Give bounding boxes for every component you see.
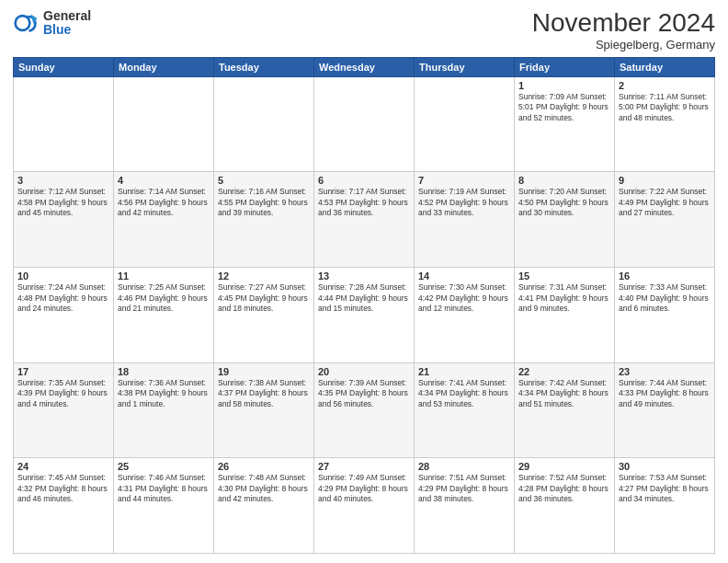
day-number: 21: [418, 366, 510, 377]
day-info: Sunrise: 7:25 AM Sunset: 4:46 PM Dayligh…: [118, 282, 210, 314]
week-row-5: 24Sunrise: 7:45 AM Sunset: 4:32 PM Dayli…: [14, 458, 715, 554]
day-number: 10: [17, 270, 109, 282]
logo-text: General Blue: [43, 9, 91, 38]
day-info: Sunrise: 7:42 AM Sunset: 4:34 PM Dayligh…: [518, 378, 610, 409]
col-saturday: Saturday: [615, 57, 715, 76]
day-cell: [214, 76, 314, 172]
day-info: Sunrise: 7:52 AM Sunset: 4:28 PM Dayligh…: [518, 473, 610, 504]
day-cell: 30Sunrise: 7:53 AM Sunset: 4:27 PM Dayli…: [615, 458, 715, 554]
day-info: Sunrise: 7:30 AM Sunset: 4:42 PM Dayligh…: [418, 282, 510, 314]
day-cell: 9Sunrise: 7:22 AM Sunset: 4:49 PM Daylig…: [615, 172, 715, 268]
header-row: Sunday Monday Tuesday Wednesday Thursday…: [14, 57, 715, 76]
day-cell: 15Sunrise: 7:31 AM Sunset: 4:41 PM Dayli…: [515, 268, 615, 363]
day-cell: 25Sunrise: 7:46 AM Sunset: 4:31 PM Dayli…: [114, 458, 214, 554]
day-number: 24: [17, 461, 109, 472]
col-wednesday: Wednesday: [314, 57, 415, 76]
day-number: 1: [518, 80, 610, 91]
day-info: Sunrise: 7:48 AM Sunset: 4:30 PM Dayligh…: [218, 473, 310, 504]
calendar-table: Sunday Monday Tuesday Wednesday Thursday…: [13, 57, 715, 554]
day-number: 19: [218, 366, 310, 377]
day-number: 13: [318, 270, 410, 282]
day-cell: 21Sunrise: 7:41 AM Sunset: 4:34 PM Dayli…: [415, 362, 515, 458]
day-number: 22: [518, 366, 610, 377]
col-thursday: Thursday: [415, 57, 515, 76]
day-info: Sunrise: 7:12 AM Sunset: 4:58 PM Dayligh…: [17, 187, 109, 218]
logo-general: General: [43, 9, 91, 23]
day-info: Sunrise: 7:20 AM Sunset: 4:50 PM Dayligh…: [518, 187, 610, 218]
day-cell: 8Sunrise: 7:20 AM Sunset: 4:50 PM Daylig…: [515, 172, 615, 268]
day-info: Sunrise: 7:28 AM Sunset: 4:44 PM Dayligh…: [318, 282, 410, 314]
location: Spiegelberg, Germany: [532, 38, 715, 52]
day-number: 26: [218, 461, 310, 472]
day-cell: 26Sunrise: 7:48 AM Sunset: 4:30 PM Dayli…: [214, 458, 314, 554]
day-number: 14: [418, 270, 510, 282]
day-info: Sunrise: 7:19 AM Sunset: 4:52 PM Dayligh…: [418, 187, 510, 218]
day-number: 27: [318, 461, 410, 472]
day-info: Sunrise: 7:38 AM Sunset: 4:37 PM Dayligh…: [218, 378, 310, 409]
day-info: Sunrise: 7:46 AM Sunset: 4:31 PM Dayligh…: [118, 473, 210, 504]
day-cell: 7Sunrise: 7:19 AM Sunset: 4:52 PM Daylig…: [415, 172, 515, 268]
day-cell: 18Sunrise: 7:36 AM Sunset: 4:38 PM Dayli…: [114, 362, 214, 458]
day-number: 12: [218, 270, 310, 282]
day-info: Sunrise: 7:22 AM Sunset: 4:49 PM Dayligh…: [619, 187, 711, 218]
day-cell: 2Sunrise: 7:11 AM Sunset: 5:00 PM Daylig…: [615, 76, 715, 172]
day-cell: 20Sunrise: 7:39 AM Sunset: 4:35 PM Dayli…: [314, 362, 415, 458]
day-cell: 23Sunrise: 7:44 AM Sunset: 4:33 PM Dayli…: [615, 362, 715, 458]
day-info: Sunrise: 7:09 AM Sunset: 5:01 PM Dayligh…: [518, 92, 610, 123]
day-cell: 13Sunrise: 7:28 AM Sunset: 4:44 PM Dayli…: [314, 268, 415, 363]
day-number: 30: [619, 461, 711, 472]
calendar-page: General Blue November 2024 Spiegelberg, …: [0, 0, 728, 563]
day-info: Sunrise: 7:11 AM Sunset: 5:00 PM Dayligh…: [619, 92, 711, 123]
header-right: November 2024 Spiegelberg, Germany: [532, 9, 715, 52]
svg-point-0: [16, 17, 30, 31]
day-info: Sunrise: 7:16 AM Sunset: 4:55 PM Dayligh…: [218, 187, 310, 218]
week-row-2: 3Sunrise: 7:12 AM Sunset: 4:58 PM Daylig…: [14, 172, 715, 268]
day-info: Sunrise: 7:17 AM Sunset: 4:53 PM Dayligh…: [318, 187, 410, 218]
day-info: Sunrise: 7:14 AM Sunset: 4:56 PM Dayligh…: [118, 187, 210, 218]
col-monday: Monday: [114, 57, 214, 76]
day-cell: 24Sunrise: 7:45 AM Sunset: 4:32 PM Dayli…: [14, 458, 114, 554]
day-cell: 22Sunrise: 7:42 AM Sunset: 4:34 PM Dayli…: [515, 362, 615, 458]
day-number: 3: [17, 175, 109, 186]
day-cell: [114, 76, 214, 172]
day-cell: 28Sunrise: 7:51 AM Sunset: 4:29 PM Dayli…: [415, 458, 515, 554]
day-info: Sunrise: 7:31 AM Sunset: 4:41 PM Dayligh…: [518, 282, 610, 314]
day-cell: 11Sunrise: 7:25 AM Sunset: 4:46 PM Dayli…: [114, 268, 214, 363]
day-number: 29: [518, 461, 610, 472]
day-cell: [415, 76, 515, 172]
day-cell: 16Sunrise: 7:33 AM Sunset: 4:40 PM Dayli…: [615, 268, 715, 363]
logo: General Blue: [13, 9, 91, 38]
week-row-4: 17Sunrise: 7:35 AM Sunset: 4:39 PM Dayli…: [14, 362, 715, 458]
day-info: Sunrise: 7:33 AM Sunset: 4:40 PM Dayligh…: [619, 282, 711, 314]
col-friday: Friday: [515, 57, 615, 76]
col-sunday: Sunday: [14, 57, 114, 76]
day-info: Sunrise: 7:49 AM Sunset: 4:29 PM Dayligh…: [318, 473, 410, 504]
day-info: Sunrise: 7:41 AM Sunset: 4:34 PM Dayligh…: [418, 378, 510, 409]
day-cell: 12Sunrise: 7:27 AM Sunset: 4:45 PM Dayli…: [214, 268, 314, 363]
day-info: Sunrise: 7:36 AM Sunset: 4:38 PM Dayligh…: [118, 378, 210, 409]
calendar-body: 1Sunrise: 7:09 AM Sunset: 5:01 PM Daylig…: [14, 76, 715, 553]
day-number: 20: [318, 366, 410, 377]
day-cell: 29Sunrise: 7:52 AM Sunset: 4:28 PM Dayli…: [515, 458, 615, 554]
day-cell: 3Sunrise: 7:12 AM Sunset: 4:58 PM Daylig…: [14, 172, 114, 268]
day-info: Sunrise: 7:39 AM Sunset: 4:35 PM Dayligh…: [318, 378, 410, 409]
day-info: Sunrise: 7:35 AM Sunset: 4:39 PM Dayligh…: [17, 378, 109, 409]
day-number: 7: [418, 175, 510, 186]
day-number: 23: [619, 366, 711, 377]
day-info: Sunrise: 7:44 AM Sunset: 4:33 PM Dayligh…: [619, 378, 711, 409]
day-cell: [14, 76, 114, 172]
day-info: Sunrise: 7:45 AM Sunset: 4:32 PM Dayligh…: [17, 473, 109, 504]
day-cell: 14Sunrise: 7:30 AM Sunset: 4:42 PM Dayli…: [415, 268, 515, 363]
day-number: 15: [518, 270, 610, 282]
logo-blue: Blue: [43, 23, 91, 37]
day-number: 2: [619, 80, 711, 91]
day-cell: 27Sunrise: 7:49 AM Sunset: 4:29 PM Dayli…: [314, 458, 415, 554]
day-number: 9: [619, 175, 711, 186]
logo-icon: [13, 10, 39, 36]
day-info: Sunrise: 7:51 AM Sunset: 4:29 PM Dayligh…: [418, 473, 510, 504]
week-row-3: 10Sunrise: 7:24 AM Sunset: 4:48 PM Dayli…: [14, 268, 715, 363]
day-info: Sunrise: 7:27 AM Sunset: 4:45 PM Dayligh…: [218, 282, 310, 314]
day-number: 6: [318, 175, 410, 186]
day-number: 11: [118, 270, 210, 282]
day-cell: 4Sunrise: 7:14 AM Sunset: 4:56 PM Daylig…: [114, 172, 214, 268]
